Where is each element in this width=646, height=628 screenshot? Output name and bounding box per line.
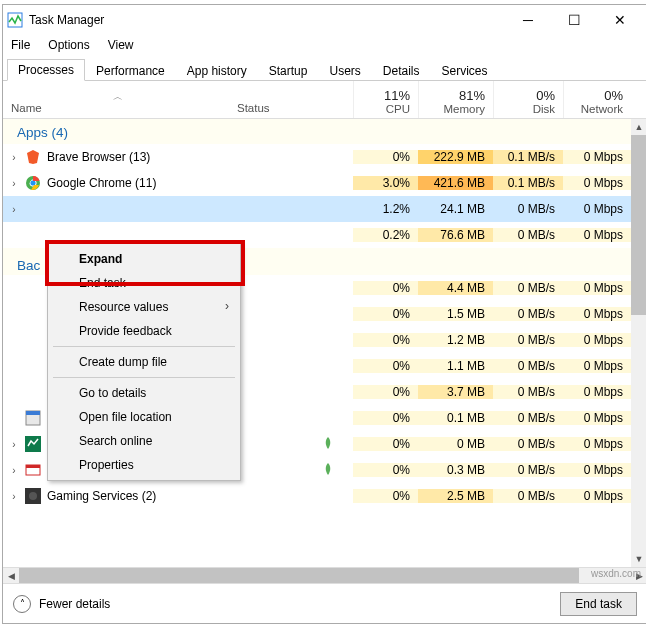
column-status[interactable]: Status	[233, 102, 353, 118]
sort-indicator-icon: ︿	[11, 90, 225, 102]
disk-cell: 0 MB/s	[493, 202, 563, 216]
svg-rect-5	[26, 411, 40, 415]
hscroll-thumb[interactable]	[19, 568, 579, 583]
ctx-separator	[53, 346, 235, 347]
column-headers: ︿ Name Status 11% CPU 81% Memory 0% Disk…	[3, 81, 646, 119]
ctx-provide-feedback[interactable]: Provide feedback	[51, 319, 237, 343]
status-cell	[233, 436, 353, 453]
task-manager-icon	[7, 12, 23, 28]
memory-cell: 76.6 MB	[418, 228, 493, 242]
process-name: Gaming Services (2)	[47, 489, 156, 503]
suspended-icon	[323, 462, 333, 476]
column-network[interactable]: 0% Network	[563, 81, 631, 118]
svg-point-10	[29, 492, 37, 500]
process-name: Google Chrome (11)	[47, 176, 156, 190]
horizontal-scrollbar[interactable]: ◀ ▶	[3, 567, 646, 583]
task-manager-window: Task Manager ─ ☐ ✕ File Options View Pro…	[2, 4, 646, 624]
chrome-icon	[25, 175, 41, 191]
ctx-open-file-location[interactable]: Open file location	[51, 405, 237, 429]
network-cell: 0 Mbps	[563, 228, 631, 242]
cpu-cell: 0%	[353, 150, 418, 164]
suspended-icon	[323, 436, 333, 450]
end-task-button[interactable]: End task	[560, 592, 637, 616]
menu-options[interactable]: Options	[48, 38, 89, 52]
expand-icon[interactable]: ›	[9, 491, 19, 502]
maximize-button[interactable]: ☐	[551, 5, 597, 35]
watermark: wsxdn.com	[591, 568, 641, 579]
ctx-properties[interactable]: Properties	[51, 453, 237, 477]
group-apps: Apps (4)	[3, 119, 646, 144]
expand-icon[interactable]: ›	[9, 465, 19, 476]
expand-icon[interactable]: ›	[9, 204, 19, 215]
process-row[interactable]: › Gaming Services (2) 0% 2.5 MB 0 MB/s 0…	[3, 483, 646, 509]
memory-cell: 222.9 MB	[418, 150, 493, 164]
scroll-thumb[interactable]	[631, 135, 646, 315]
ctx-create-dump-file[interactable]: Create dump file	[51, 350, 237, 374]
column-cpu[interactable]: 11% CPU	[353, 81, 418, 118]
tab-processes[interactable]: Processes	[7, 59, 85, 81]
expand-icon[interactable]: ›	[9, 178, 19, 189]
cpu-cell: 3.0%	[353, 176, 418, 190]
feeds-icon	[25, 436, 41, 452]
close-button[interactable]: ✕	[597, 5, 643, 35]
cpu-cell: 0.2%	[353, 228, 418, 242]
app-icon	[25, 410, 41, 426]
cpu-cell: 1.2%	[353, 202, 418, 216]
window-title: Task Manager	[29, 13, 104, 27]
ctx-separator	[53, 377, 235, 378]
fewer-details-toggle[interactable]: ˄	[13, 595, 31, 613]
footer: ˄ Fewer details End task	[3, 583, 646, 623]
disk-cell: 0.1 MB/s	[493, 150, 563, 164]
context-menu: Expand End task Resource values Provide …	[47, 243, 241, 481]
menu-view[interactable]: View	[108, 38, 134, 52]
disk-cell: 0 MB/s	[493, 228, 563, 242]
expand-icon[interactable]: ›	[9, 152, 19, 163]
column-memory[interactable]: 81% Memory	[418, 81, 493, 118]
films-tv-icon	[25, 462, 41, 478]
network-cell: 0 Mbps	[563, 202, 631, 216]
tab-details[interactable]: Details	[372, 60, 431, 81]
process-row[interactable]: › 1.2% 24.1 MB 0 MB/s 0 Mbps	[3, 196, 646, 222]
tab-services[interactable]: Services	[431, 60, 499, 81]
gaming-icon	[25, 488, 41, 504]
column-disk[interactable]: 0% Disk	[493, 81, 563, 118]
ctx-end-task[interactable]: End task	[51, 271, 237, 295]
ctx-expand[interactable]: Expand	[51, 247, 237, 271]
scroll-up-icon[interactable]: ▲	[631, 119, 646, 135]
minimize-button[interactable]: ─	[505, 5, 551, 35]
brave-icon	[25, 149, 41, 165]
expand-icon[interactable]: ›	[9, 439, 19, 450]
fewer-details-label[interactable]: Fewer details	[39, 597, 110, 611]
disk-cell: 0.1 MB/s	[493, 176, 563, 190]
tab-performance[interactable]: Performance	[85, 60, 176, 81]
network-cell: 0 Mbps	[563, 150, 631, 164]
process-row[interactable]: › Google Chrome (11) 3.0% 421.6 MB 0.1 M…	[3, 170, 646, 196]
process-row[interactable]: › Brave Browser (13) 0% 222.9 MB 0.1 MB/…	[3, 144, 646, 170]
tab-users[interactable]: Users	[318, 60, 371, 81]
process-name: Brave Browser (13)	[47, 150, 150, 164]
menu-file[interactable]: File	[11, 38, 30, 52]
scroll-left-icon[interactable]: ◀	[3, 568, 19, 583]
tab-startup[interactable]: Startup	[258, 60, 319, 81]
column-name[interactable]: Name	[11, 102, 225, 114]
vertical-scrollbar[interactable]: ▲ ▼	[631, 119, 646, 567]
memory-cell: 24.1 MB	[418, 202, 493, 216]
tab-bar: Processes Performance App history Startu…	[3, 57, 646, 81]
tab-app-history[interactable]: App history	[176, 60, 258, 81]
memory-cell: 421.6 MB	[418, 176, 493, 190]
scroll-down-icon[interactable]: ▼	[631, 551, 646, 567]
menubar: File Options View	[3, 35, 646, 55]
ctx-go-to-details[interactable]: Go to details	[51, 381, 237, 405]
titlebar: Task Manager ─ ☐ ✕	[3, 5, 646, 35]
svg-rect-8	[26, 465, 40, 468]
ctx-search-online[interactable]: Search online	[51, 429, 237, 453]
ctx-resource-values[interactable]: Resource values	[51, 295, 237, 319]
network-cell: 0 Mbps	[563, 176, 631, 190]
